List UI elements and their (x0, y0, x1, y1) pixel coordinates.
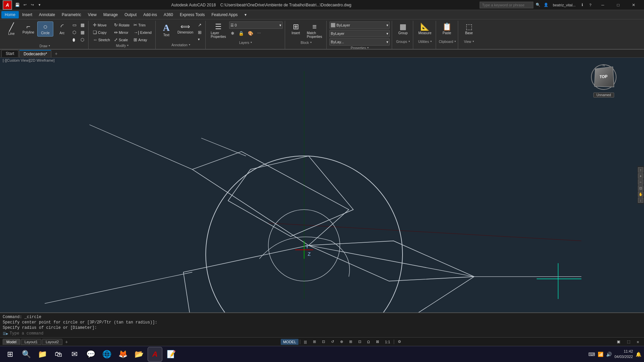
viewcube-cube[interactable]: TOP (594, 66, 614, 87)
redo-button[interactable]: ↪ (29, 2, 36, 8)
scroll-up[interactable]: ↑ (638, 167, 643, 173)
lweight-button[interactable]: ⊠ (374, 339, 381, 345)
layout-tab-layout2[interactable]: Layout2 (42, 339, 62, 345)
tool-rotate[interactable]: ↻Rotate (112, 21, 131, 28)
help-button[interactable]: ? (587, 2, 594, 8)
tool-dimension[interactable]: ⟺ Dimension (175, 21, 196, 36)
ducs-button[interactable]: ⊡ (356, 339, 364, 345)
network-icon[interactable]: 📶 (598, 352, 603, 357)
pan[interactable]: ✋ (638, 191, 643, 197)
user-button[interactable]: 👤 (543, 2, 549, 8)
layer-dropdown[interactable]: 0 ▾ (235, 23, 281, 27)
menu-parametric[interactable]: Parametric (58, 11, 85, 18)
tool-layer-color[interactable]: 🎨 (246, 30, 255, 37)
block-group-dropdown[interactable]: ▾ (310, 41, 312, 44)
settings-button[interactable]: ⚙ (395, 339, 404, 345)
viewcube-container[interactable]: N TOP (591, 64, 616, 90)
color-dropdown[interactable]: ByLayer ▾ (336, 23, 388, 27)
tool-paste[interactable]: 📋 Paste (439, 21, 455, 37)
draw-more-2[interactable]: ⬡ (71, 29, 78, 36)
menu-home[interactable]: Home (1, 11, 19, 18)
menu-view[interactable]: View (85, 11, 100, 18)
lineweight-selector[interactable]: ByLay... ▾ (329, 38, 390, 46)
sticky-notes-taskbar[interactable]: 📝 (164, 347, 178, 362)
notifications-icon[interactable]: 🔔 (636, 352, 641, 357)
tool-scale[interactable]: ⤢Scale (112, 36, 131, 43)
utilities-group-dropdown[interactable]: ▾ (430, 40, 432, 43)
otrack-button[interactable]: ⊞ (347, 339, 355, 345)
info-button[interactable]: ℹ (579, 2, 586, 8)
tool-leader[interactable]: ↗ (196, 21, 203, 28)
tool-layer-freeze[interactable]: ❄ (229, 30, 236, 37)
menu-a360[interactable]: A360 (160, 11, 176, 18)
layout-tab-layout1[interactable]: Layout1 (21, 339, 41, 345)
layout-tab-model[interactable]: Model (3, 339, 20, 345)
tool-stretch[interactable]: ↔ Stretch (91, 36, 112, 43)
layers-group-dropdown[interactable]: ▾ (251, 41, 252, 44)
search-input[interactable] (480, 2, 533, 8)
zoom-out[interactable]: − (638, 179, 643, 185)
menu-manage[interactable]: Manage (100, 11, 121, 18)
autocad-taskbar[interactable]: A (148, 347, 162, 362)
annotation-more[interactable]: ▾ (196, 36, 203, 43)
search-taskbar[interactable]: 🔍 (19, 347, 34, 362)
clipboard-group-dropdown[interactable]: ▾ (454, 40, 456, 43)
keyboard-icon[interactable]: ⌨ (588, 352, 595, 357)
store-taskbar[interactable]: 🛍 (51, 347, 66, 362)
tool-mirror[interactable]: ⇔Mirror (112, 29, 131, 36)
workspace-button[interactable]: ▣ (614, 339, 623, 345)
scale-button[interactable]: 1:1 (383, 339, 392, 345)
polar-button[interactable]: ↺ (329, 339, 336, 345)
save-button[interactable]: 💾 (14, 2, 21, 8)
tool-line[interactable]: ╱ Line (3, 21, 19, 37)
tool-base[interactable]: ⬚ Base (461, 21, 477, 37)
menu-more-dropdown[interactable]: ▾ (241, 11, 250, 18)
zoom-in[interactable]: + (638, 173, 643, 179)
tool-group[interactable]: ▦ Group (395, 21, 411, 37)
dyn-button[interactable]: Ω (365, 339, 372, 345)
osnap-button[interactable]: ⊕ (338, 339, 345, 345)
properties-group-dropdown[interactable]: ▾ (367, 46, 369, 49)
maximize-button[interactable]: □ (610, 0, 626, 10)
new-tab-button[interactable]: + (52, 50, 60, 57)
draw-more-1[interactable]: ▭ (71, 21, 78, 28)
tool-circle[interactable]: ○ Circle (37, 21, 53, 37)
draw-hatch[interactable]: ▩ (79, 21, 86, 28)
firefox-taskbar[interactable]: 🦊 (115, 347, 130, 362)
model-space-button[interactable]: MODEL (281, 339, 299, 345)
customization-button[interactable]: ≡ (635, 339, 641, 345)
fullscreen-button[interactable]: ⬚ (625, 339, 633, 345)
ortho-button[interactable]: ⊡ (320, 339, 327, 345)
tool-measure[interactable]: 📐 Measure (416, 21, 434, 37)
tool-move[interactable]: ✛ Move (91, 21, 112, 28)
draw-gradient[interactable]: ▦ (79, 29, 86, 36)
menu-addins[interactable]: Add-ins (140, 11, 160, 18)
draw-boundary[interactable]: ⬡ (79, 36, 86, 43)
search-button[interactable]: 🔍 (535, 2, 541, 8)
menu-output[interactable]: Output (121, 11, 140, 18)
qa-dropdown-button[interactable]: ▾ (36, 2, 43, 8)
file-explorer-taskbar[interactable]: 📁 (35, 347, 50, 362)
tool-table[interactable]: ⊞ (196, 29, 203, 36)
system-clock[interactable]: 11:42 04/03/2022 (614, 349, 633, 359)
tool-match-props[interactable]: ≡ MatchProperties (305, 21, 325, 40)
linetype-dropdown[interactable]: ByLayer ▾ (331, 32, 388, 36)
command-input[interactable] (10, 331, 641, 336)
viewport[interactable]: [-][Custom View][2D Wireframe] (0, 58, 644, 312)
edge-taskbar[interactable]: 🌐 (99, 347, 114, 362)
layer-selector[interactable]: ☰ 0 ▾ (229, 21, 283, 29)
viewcube-unnamed-label[interactable]: Unnamed (593, 93, 614, 98)
tool-copy[interactable]: ❏ Copy (91, 29, 112, 36)
tool-text[interactable]: A Text (158, 21, 174, 39)
grid-button[interactable]: ⊞ (311, 339, 318, 345)
volume-icon[interactable]: 🔊 (606, 352, 612, 357)
groups-group-dropdown[interactable]: ▾ (409, 40, 410, 43)
scroll-down[interactable]: ↓ (638, 197, 643, 203)
undo-button[interactable]: ↩ (21, 2, 28, 8)
doc-tab-dodecaedro[interactable]: Dodecaedro* (19, 50, 51, 57)
modify-group-dropdown[interactable]: ▾ (127, 44, 128, 47)
menu-insert[interactable]: Insert (19, 11, 36, 18)
menu-annotate[interactable]: Annotate (36, 11, 58, 18)
tool-arc[interactable]: ◜ Arc (54, 21, 70, 37)
tool-layer-lock[interactable]: 🔒 (237, 30, 246, 37)
